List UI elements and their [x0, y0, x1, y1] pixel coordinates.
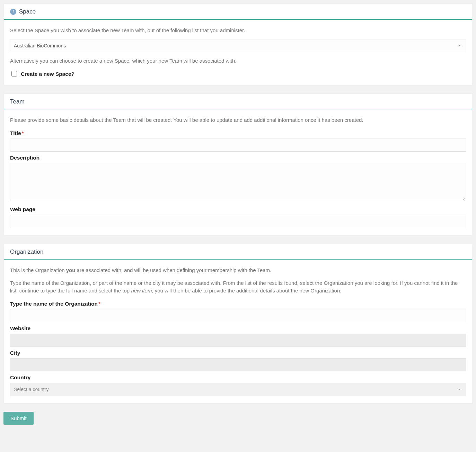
org-intro: This is the Organization you are associa… — [10, 266, 466, 274]
team-title-label: Title* — [10, 129, 466, 137]
team-heading: Team — [10, 97, 25, 106]
create-space-label: Create a new Space? — [21, 70, 74, 78]
org-country-wrap[interactable]: Select a country — [10, 383, 466, 396]
org-city-label: City — [10, 349, 466, 357]
org-country-label: Country — [10, 373, 466, 381]
panel-team-header: Team — [4, 94, 472, 110]
panel-space: i Space Select the Space you wish to ass… — [3, 3, 473, 85]
team-title-input[interactable] — [10, 138, 466, 152]
team-desc-label: Description — [10, 154, 466, 162]
panel-team: Team Please provide some basic details a… — [3, 93, 473, 235]
org-city-input[interactable] — [10, 358, 466, 371]
team-intro: Please provide some basic details about … — [10, 116, 466, 124]
team-desc-textarea[interactable] — [10, 163, 466, 201]
space-select[interactable]: Australian BioCommons — [10, 39, 466, 52]
panel-organization: Organization This is the Organization yo… — [3, 244, 473, 404]
org-website-label: Website — [10, 324, 466, 332]
org-type-hint: Type the name of the Organization, or pa… — [10, 279, 466, 295]
org-name-label: Type the name of the Organization* — [10, 300, 466, 308]
team-web-input[interactable] — [10, 215, 466, 228]
space-select-wrap[interactable]: Australian BioCommons — [10, 39, 466, 52]
submit-button[interactable]: Submit — [3, 412, 34, 425]
org-website-input[interactable] — [10, 334, 466, 347]
space-intro: Select the Space you wish to associate t… — [10, 27, 466, 35]
team-web-label: Web page — [10, 205, 466, 213]
org-heading: Organization — [10, 247, 43, 256]
org-country-select[interactable]: Select a country — [10, 383, 466, 396]
panel-space-header: i Space — [4, 4, 472, 20]
create-space-checkbox[interactable] — [11, 71, 17, 76]
space-heading: Space — [19, 7, 36, 16]
create-space-row[interactable]: Create a new Space? — [10, 70, 466, 78]
info-icon: i — [10, 9, 16, 15]
panel-org-header: Organization — [4, 244, 472, 260]
space-alt-hint: Alternatively you can choose to create a… — [10, 57, 466, 65]
org-name-input[interactable] — [10, 309, 466, 322]
